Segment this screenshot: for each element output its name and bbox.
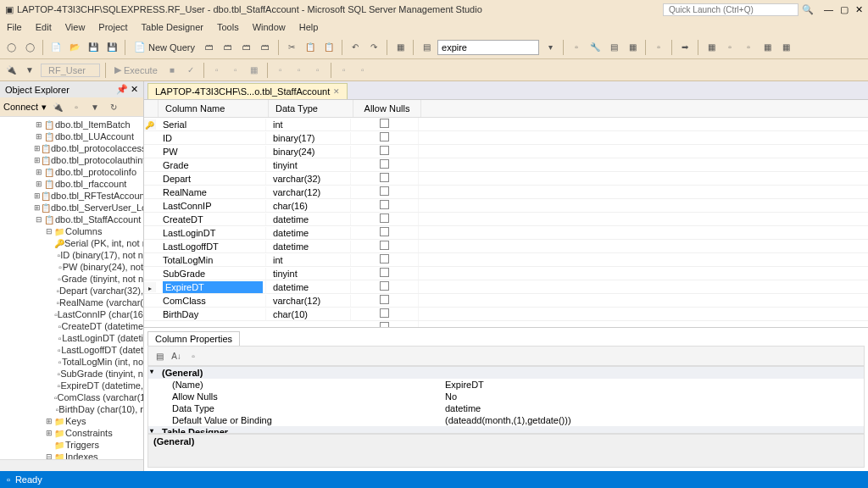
database-selector[interactable]: RF_User bbox=[41, 64, 100, 77]
open-icon[interactable]: 📂 bbox=[67, 40, 82, 55]
allow-nulls-checkbox[interactable] bbox=[380, 281, 389, 291]
allow-nulls-checkbox[interactable] bbox=[380, 254, 389, 263]
opt2-icon[interactable]: ▫ bbox=[228, 63, 243, 78]
connect-icon[interactable]: 🔌 bbox=[3, 63, 19, 78]
menu-file[interactable]: File bbox=[7, 22, 22, 32]
minimize-button[interactable]: — bbox=[824, 4, 833, 15]
allow-nulls-checkbox[interactable] bbox=[380, 295, 389, 304]
allow-nulls-checkbox[interactable] bbox=[380, 173, 389, 182]
tool10-icon[interactable]: ▦ bbox=[760, 40, 775, 55]
grid-row[interactable]: ▸datetime bbox=[144, 280, 868, 294]
copy-icon[interactable]: 📋 bbox=[303, 40, 318, 55]
tree-node[interactable]: ▫ID (binary(17), not n bbox=[0, 249, 143, 261]
tool4-icon[interactable]: ▦ bbox=[625, 40, 640, 55]
tool2-icon[interactable]: 🔧 bbox=[587, 40, 603, 55]
tree-node[interactable]: ⊞📋dbo.tbl_protocolauthinfo bbox=[0, 154, 143, 166]
tree-node[interactable]: ⊞📋dbo.tbl_ItemBatch bbox=[0, 119, 143, 130]
allow-nulls-checkbox[interactable] bbox=[380, 308, 389, 318]
grid-row[interactable]: RealNamevarchar(12) bbox=[144, 186, 868, 199]
tree-node[interactable]: ▫LastConnIP (char(16 bbox=[0, 308, 143, 320]
tree-node[interactable]: 🔑Serial (PK, int, not nu bbox=[0, 237, 143, 249]
paste-icon[interactable]: 📋 bbox=[321, 40, 337, 55]
cut-icon[interactable]: ✂ bbox=[284, 40, 299, 55]
close-button[interactable]: ✕ bbox=[855, 4, 863, 15]
toolbar-search-input[interactable] bbox=[437, 40, 539, 55]
props-row[interactable]: Default Value or Binding(dateadd(month,(… bbox=[148, 414, 864, 426]
db4-icon[interactable]: 🗃 bbox=[258, 40, 273, 55]
props-row[interactable]: Allow NullsNo bbox=[148, 391, 864, 402]
allow-nulls-checkbox[interactable] bbox=[380, 119, 389, 128]
connect-button[interactable]: Connect bbox=[3, 102, 38, 112]
new-file-icon[interactable]: 📄 bbox=[48, 40, 64, 55]
undo-icon[interactable]: ↶ bbox=[348, 40, 363, 55]
opt8-icon[interactable]: ▫ bbox=[355, 63, 370, 78]
opt5-icon[interactable]: ▫ bbox=[292, 63, 307, 78]
db2-icon[interactable]: 🗃 bbox=[220, 40, 236, 55]
header-allow-nulls[interactable]: Allow Nulls bbox=[353, 100, 421, 117]
redo-icon[interactable]: ↷ bbox=[366, 40, 381, 55]
props-btn-icon[interactable]: ▫ bbox=[186, 348, 201, 363]
tree-node[interactable]: 📁Triggers bbox=[0, 439, 143, 451]
save-icon[interactable]: 💾 bbox=[86, 40, 101, 55]
props-general-header[interactable]: ▾(General) bbox=[148, 367, 864, 379]
cb2-icon[interactable]: ▫ bbox=[69, 99, 84, 114]
execute-button[interactable]: ▶ Execute bbox=[111, 64, 161, 75]
opt3-icon[interactable]: ▦ bbox=[247, 63, 262, 78]
menu-project[interactable]: Project bbox=[98, 22, 127, 32]
tree-node[interactable]: ⊞📁Constraints bbox=[0, 427, 143, 439]
cb3-icon[interactable]: ▼ bbox=[87, 99, 103, 114]
grid-row[interactable]: SubGradetinyint bbox=[144, 267, 868, 280]
grid-row[interactable]: IDbinary(17) bbox=[144, 131, 868, 145]
column-name-input[interactable] bbox=[163, 281, 263, 293]
opt1-icon[interactable]: ▫ bbox=[209, 63, 225, 78]
allow-nulls-checkbox[interactable] bbox=[380, 214, 389, 223]
allow-nulls-checkbox[interactable] bbox=[380, 241, 389, 250]
new-query-button[interactable]: 📄 New Query bbox=[131, 42, 198, 53]
menu-window[interactable]: Window bbox=[253, 22, 286, 32]
tree-node[interactable]: ▫Depart (varchar(32), bbox=[0, 285, 143, 297]
props-row[interactable]: Data Typedatetime bbox=[148, 402, 864, 414]
opt4-icon[interactable]: ▫ bbox=[273, 63, 288, 78]
menu-edit[interactable]: Edit bbox=[36, 22, 52, 32]
menu-help[interactable]: Help bbox=[299, 22, 319, 32]
props-grid[interactable]: ▾(General) (Name)ExpireDTAllow NullsNoDa… bbox=[147, 366, 865, 434]
horizontal-scrollbar[interactable] bbox=[0, 459, 143, 471]
allow-nulls-checkbox[interactable] bbox=[380, 159, 389, 169]
opt7-icon[interactable]: ▫ bbox=[337, 63, 352, 78]
tree-node[interactable]: ⊞📋dbo.tbl_protocolinfo bbox=[0, 166, 143, 178]
tool3-icon[interactable]: ▤ bbox=[606, 40, 621, 55]
allow-nulls-checkbox[interactable] bbox=[380, 227, 389, 236]
cb4-icon[interactable]: ↻ bbox=[106, 99, 121, 114]
tree-node[interactable]: ▫Grade (tinyint, not n bbox=[0, 273, 143, 285]
grid-row[interactable]: PWbinary(24) bbox=[144, 145, 868, 158]
quick-launch-input[interactable] bbox=[663, 3, 798, 16]
stop-icon[interactable]: ■ bbox=[164, 63, 180, 78]
tree-node[interactable]: ▫BirthDay (char(10), r bbox=[0, 403, 143, 415]
tree-node[interactable]: ⊞📋dbo.tbl_rfaccount bbox=[0, 178, 143, 190]
tree-node[interactable]: ⊞📋dbo.tbl_ServerUser_Log bbox=[0, 202, 143, 214]
tool6-icon[interactable]: ➡ bbox=[677, 40, 693, 55]
tree-node[interactable]: ▫SubGrade (tinyint, n bbox=[0, 368, 143, 380]
tree-node[interactable]: ▫PW (binary(24), not bbox=[0, 261, 143, 273]
grid-row[interactable]: CreateDTdatetime bbox=[144, 213, 868, 226]
tree-node[interactable]: ▫RealName (varchar( bbox=[0, 297, 143, 308]
nav-fwd-icon[interactable]: ◯ bbox=[22, 40, 37, 55]
db3-icon[interactable]: 🗃 bbox=[239, 40, 254, 55]
search-icon[interactable]: 🔍 bbox=[802, 4, 814, 15]
save-all-icon[interactable]: 💾 bbox=[104, 40, 120, 55]
maximize-button[interactable]: ▢ bbox=[840, 4, 849, 15]
header-column-name[interactable]: Column Name bbox=[159, 100, 269, 117]
grid-row[interactable]: 🔑Serialint bbox=[144, 118, 868, 131]
tree-node[interactable]: ⊞📋dbo.tbl_protocolaccesslog bbox=[0, 142, 143, 154]
grid-row[interactable]: LastLogoffDTdatetime bbox=[144, 240, 868, 253]
tool1-icon[interactable]: ▫ bbox=[569, 40, 584, 55]
grid-row[interactable]: TotalLogMinint bbox=[144, 253, 868, 267]
grid-row[interactable]: BirthDaychar(10) bbox=[144, 308, 868, 321]
grid-icon[interactable]: ▦ bbox=[392, 40, 408, 55]
tool9-icon[interactable]: ▫ bbox=[741, 40, 756, 55]
dropdown-icon[interactable]: ▾ bbox=[542, 40, 558, 55]
tree-node[interactable]: ▫LastLoginDT (dateti bbox=[0, 332, 143, 344]
tool5-icon[interactable]: ▫ bbox=[651, 40, 666, 55]
menu-tools[interactable]: Tools bbox=[217, 22, 239, 32]
allow-nulls-checkbox[interactable] bbox=[380, 268, 389, 277]
